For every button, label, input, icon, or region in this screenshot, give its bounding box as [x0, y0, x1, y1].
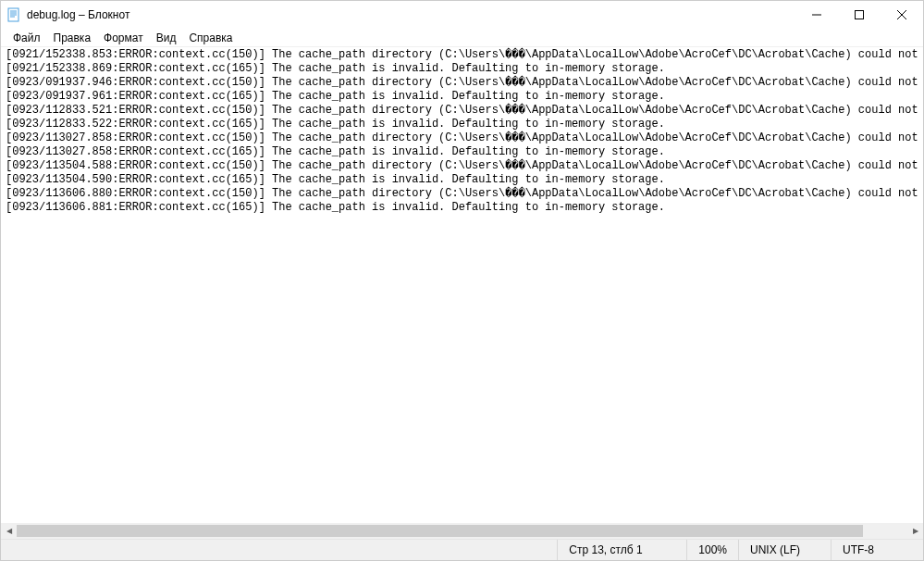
close-button[interactable]	[881, 1, 923, 29]
menu-help[interactable]: Справка	[182, 31, 239, 44]
svg-rect-6	[856, 11, 864, 19]
status-position: Стр 13, стлб 1	[557, 540, 686, 560]
status-bar: Стр 13, стлб 1 100% UNIX (LF) UTF-8	[1, 539, 923, 560]
window-title: debug.log – Блокнот	[27, 8, 129, 21]
menu-edit[interactable]: Правка	[47, 31, 98, 44]
status-zoom: 100%	[686, 540, 738, 560]
status-encoding: UTF-8	[831, 540, 923, 560]
scroll-left-arrow-icon[interactable]: ◀	[1, 523, 17, 539]
menu-format[interactable]: Формат	[97, 31, 150, 44]
menu-file[interactable]: Файл	[6, 31, 47, 44]
horizontal-scrollbar[interactable]: ◀ ▶	[1, 523, 923, 539]
notepad-icon	[6, 7, 21, 22]
status-eol: UNIX (LF)	[738, 540, 831, 560]
content-area: [0921/152338.853:ERROR:context.cc(150)] …	[1, 47, 923, 539]
scroll-right-arrow-icon[interactable]: ▶	[907, 523, 923, 539]
text-editor[interactable]: [0921/152338.853:ERROR:context.cc(150)] …	[1, 47, 923, 523]
menu-bar: Файл Правка Формат Вид Справка	[1, 29, 923, 47]
menu-view[interactable]: Вид	[150, 31, 183, 44]
scroll-thumb[interactable]	[17, 525, 863, 537]
window-controls	[795, 1, 923, 29]
scroll-track[interactable]	[17, 523, 907, 539]
maximize-button[interactable]	[838, 1, 881, 29]
minimize-button[interactable]	[795, 1, 838, 29]
title-bar: debug.log – Блокнот	[1, 1, 923, 29]
